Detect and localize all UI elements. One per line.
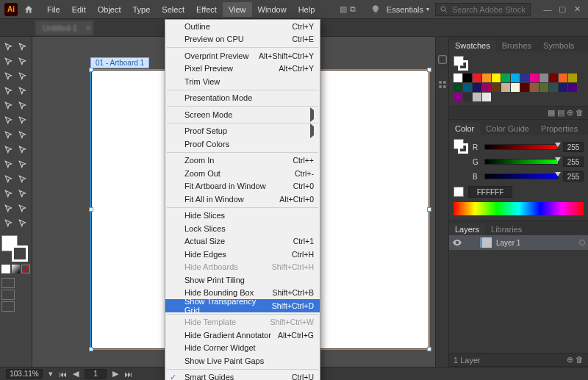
learn-icon[interactable] (370, 4, 381, 15)
swatch[interactable] (473, 74, 481, 82)
menu-item-pixel-preview[interactable]: Pixel PreviewAlt+Ctrl+Y (165, 62, 320, 76)
layers-tab-libraries[interactable]: Libraries (485, 223, 528, 235)
direct-selection-tool[interactable] (16, 40, 31, 54)
eraser-tool[interactable] (16, 98, 31, 113)
g-value[interactable] (563, 157, 584, 167)
swatch[interactable] (539, 83, 548, 92)
spectrum[interactable] (453, 202, 584, 215)
swatch[interactable] (549, 83, 558, 92)
arrange-docs-icon[interactable]: ▥ (340, 4, 347, 14)
none-mode[interactable] (21, 265, 30, 273)
swatch[interactable] (453, 83, 462, 92)
pen-tool[interactable] (1, 54, 16, 69)
layer-name[interactable]: Layer 1 (496, 239, 575, 247)
menu-type[interactable]: Type (127, 2, 157, 17)
color-tab-properties[interactable]: Properties (535, 123, 584, 135)
visibility-icon[interactable] (452, 237, 462, 248)
column-graph-tool[interactable] (16, 187, 31, 201)
menu-item-proof-colors[interactable]: Proof Colors (165, 137, 320, 151)
selection-handle[interactable] (427, 207, 431, 212)
swatch[interactable] (520, 74, 529, 82)
libraries-icon[interactable] (437, 79, 448, 90)
menu-item-show-transparency-grid[interactable]: Show Transparency GridShift+Ctrl+D (165, 299, 320, 312)
layers-tab-layers[interactable]: Layers (449, 223, 485, 235)
swatches-tab-brushes[interactable]: Brushes (496, 40, 537, 51)
menu-item-hide-edges[interactable]: Hide EdgesCtrl+H (165, 248, 320, 261)
swatch[interactable] (482, 93, 491, 101)
menu-item-hide-corner-widget[interactable]: Hide Corner Widget (165, 342, 320, 355)
menu-item-fit-artboard-in-window[interactable]: Fit Artboard in WindowCtrl+0 (165, 180, 320, 193)
selection-handle[interactable] (427, 347, 431, 351)
swatch[interactable] (492, 83, 501, 92)
target-icon[interactable] (579, 240, 585, 245)
shape-builder-tool[interactable] (1, 143, 16, 157)
swatch[interactable] (463, 93, 472, 101)
properties-icon[interactable] (437, 54, 448, 65)
menu-item-zoom-out[interactable]: Zoom OutCtrl+- (165, 167, 320, 180)
search-input[interactable] (435, 3, 531, 16)
gradient-mode[interactable] (12, 265, 21, 273)
gradient-tool[interactable] (16, 157, 31, 172)
b-slider[interactable] (484, 173, 559, 179)
menu-item-show-live-paint-gaps[interactable]: Show Live Paint Gaps (165, 354, 320, 368)
workspace-switcher[interactable]: Essentials▾ (387, 5, 429, 14)
swatch[interactable] (549, 74, 558, 82)
r-slider[interactable] (484, 144, 559, 150)
hand-tool[interactable] (1, 216, 16, 231)
rectangle-tool[interactable] (1, 84, 16, 98)
eyedropper-tool[interactable] (1, 172, 16, 187)
document-tab[interactable]: Untitled-1 × (35, 21, 93, 35)
hex-input[interactable] (468, 186, 512, 198)
free-transform-tool[interactable] (16, 128, 31, 143)
menu-item-lock-slices[interactable]: Lock Slices (165, 222, 320, 235)
mesh-tool[interactable] (1, 157, 16, 172)
rotate-tool[interactable] (1, 113, 16, 128)
artboard-prev-icon[interactable]: ◀ (73, 369, 79, 379)
draw-normal[interactable] (1, 278, 15, 288)
swatch[interactable] (530, 74, 539, 82)
menu-item-presentation-mode[interactable]: Presentation Mode (165, 92, 320, 105)
menu-item-actual-size[interactable]: Actual SizeCtrl+1 (165, 235, 320, 248)
scale-tool[interactable] (16, 113, 31, 128)
menu-item-zoom-in[interactable]: Zoom InCtrl++ (165, 154, 320, 168)
menu-item-preview-on-cpu[interactable]: Preview on CPUCtrl+E (165, 33, 320, 46)
swatch[interactable] (482, 83, 491, 92)
swatches-tab-swatches[interactable]: Swatches (449, 40, 496, 51)
swatch[interactable] (473, 83, 481, 92)
symbol-sprayer-tool[interactable] (1, 187, 16, 201)
swatch[interactable] (463, 83, 472, 92)
swatch[interactable] (473, 93, 481, 101)
menu-item-outline[interactable]: OutlineCtrl+Y (165, 20, 320, 33)
artboard-next-last-icon[interactable]: ⏭ (124, 370, 132, 379)
g-slider[interactable] (484, 159, 559, 165)
swatches-tab-symbols[interactable]: Symbols (537, 40, 580, 51)
color-tab-color-guide[interactable]: Color Guide (480, 123, 535, 135)
swatch[interactable] (453, 93, 462, 101)
swatch[interactable] (482, 74, 491, 82)
artboard-prev-first-icon[interactable]: ⏮ (59, 370, 67, 379)
close-tab-icon[interactable]: × (86, 24, 90, 32)
swatch[interactable] (453, 74, 462, 82)
swatch[interactable] (539, 74, 548, 82)
swatch[interactable] (559, 83, 567, 92)
maximize-button[interactable]: ▢ (556, 4, 569, 15)
selection-handle[interactable] (89, 68, 93, 72)
menu-item-overprint-preview[interactable]: Overprint PreviewAlt+Shift+Ctrl+Y (165, 49, 320, 62)
slice-tool[interactable] (16, 201, 31, 216)
swatch[interactable] (501, 74, 510, 82)
swatch[interactable] (492, 74, 501, 82)
swatch[interactable] (520, 83, 529, 92)
home-icon[interactable] (22, 3, 35, 16)
menu-file[interactable]: File (41, 2, 66, 17)
color-mode[interactable] (1, 265, 10, 273)
zoom-input[interactable] (6, 369, 43, 379)
menu-item-smart-guides[interactable]: ✓Smart GuidesCtrl+U (165, 371, 320, 381)
swatch[interactable] (559, 74, 567, 82)
menu-item-show-print-tiling[interactable]: Show Print Tiling (165, 273, 320, 287)
close-button[interactable]: ✕ (570, 4, 584, 15)
menu-object[interactable]: Object (92, 2, 127, 17)
swatch[interactable] (501, 83, 510, 92)
menu-item-screen-mode[interactable]: Screen Mode (165, 108, 320, 121)
artboard-nav-input[interactable] (85, 369, 107, 379)
artboard-tool[interactable] (1, 201, 16, 216)
